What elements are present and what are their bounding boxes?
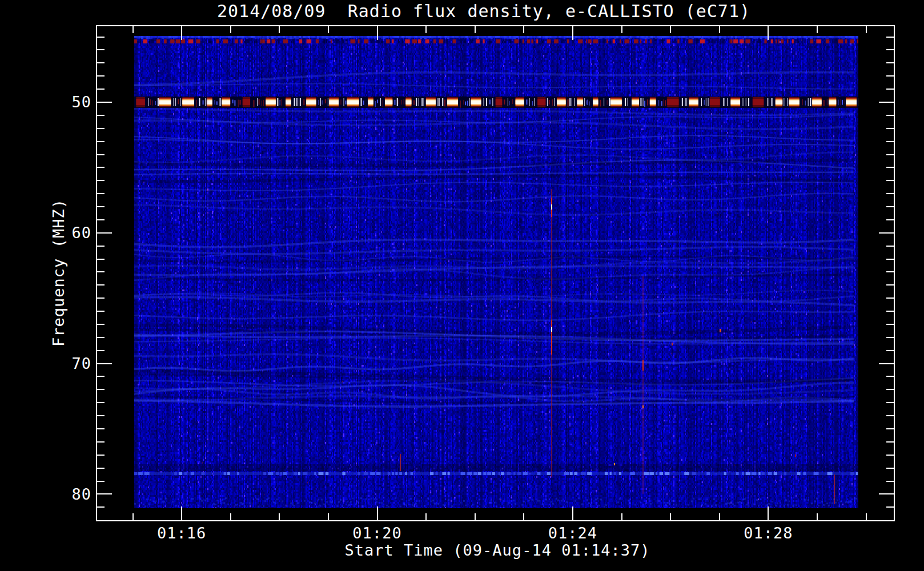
y-tick-minor — [886, 115, 894, 116]
y-tick-label: 80 — [40, 485, 91, 504]
x-tick-minor — [866, 26, 867, 33]
y-tick-label: 50 — [40, 93, 91, 112]
y-axis-title: Frequency (MHZ) — [50, 153, 67, 393]
y-tick-minor — [886, 37, 894, 38]
y-tick-minor — [97, 128, 105, 129]
x-tick-minor — [523, 513, 524, 520]
x-tick-minor — [670, 26, 671, 33]
y-tick-minor — [97, 402, 105, 403]
y-tick-minor — [886, 75, 894, 77]
y-tick-minor — [97, 49, 105, 50]
y-tick-minor — [886, 141, 894, 142]
x-tick-minor — [475, 513, 476, 520]
y-tick-major — [97, 493, 112, 494]
y-tick-major — [97, 363, 112, 364]
y-tick-minor — [886, 481, 894, 482]
y-tick-minor — [97, 311, 105, 312]
y-tick-minor — [97, 389, 105, 390]
x-tick-major — [181, 26, 182, 40]
y-tick-minor — [886, 259, 894, 260]
x-tick-minor — [523, 26, 524, 33]
y-tick-minor — [97, 37, 105, 38]
y-tick-minor — [97, 141, 105, 142]
x-tick-minor — [621, 26, 622, 33]
y-tick-minor — [886, 154, 894, 155]
y-tick-minor — [97, 428, 105, 429]
x-tick-minor — [670, 513, 671, 520]
y-tick-minor — [97, 62, 105, 63]
y-tick-major — [879, 232, 894, 234]
y-tick-minor — [886, 206, 894, 207]
x-tick-minor — [230, 26, 231, 33]
y-tick-major — [97, 102, 112, 103]
y-tick-minor — [97, 193, 105, 194]
y-tick-minor — [886, 389, 894, 390]
y-tick-minor — [97, 376, 105, 377]
y-tick-minor — [97, 350, 105, 351]
y-tick-minor — [886, 428, 894, 429]
y-tick-minor — [886, 219, 894, 220]
y-tick-minor — [97, 219, 105, 220]
y-tick-minor — [97, 506, 105, 508]
x-tick-major — [572, 26, 573, 40]
y-tick-minor — [886, 468, 894, 469]
chart-title: 2014/08/09 Radio flux density, e-CALLIST… — [84, 1, 883, 21]
y-tick-minor — [886, 180, 894, 181]
y-tick-minor — [886, 455, 894, 456]
x-tick-minor — [866, 513, 867, 520]
y-tick-minor — [97, 154, 105, 155]
y-tick-major — [879, 363, 894, 364]
y-tick-minor — [97, 89, 105, 90]
y-tick-minor — [886, 350, 894, 351]
x-tick-minor — [132, 26, 134, 33]
y-tick-minor — [97, 284, 105, 286]
x-tick-minor — [621, 513, 622, 520]
x-tick-label: 01:16 — [124, 524, 239, 542]
x-tick-minor — [132, 513, 134, 520]
x-tick-label: 01:24 — [516, 524, 630, 542]
y-tick-minor — [886, 284, 894, 286]
x-tick-major — [181, 506, 182, 520]
y-tick-minor — [886, 441, 894, 443]
x-tick-minor — [279, 26, 280, 33]
y-tick-minor — [97, 115, 105, 116]
y-tick-minor — [97, 455, 105, 456]
x-tick-major — [377, 506, 378, 520]
y-tick-minor — [886, 128, 894, 129]
x-tick-major — [768, 26, 769, 40]
x-tick-minor — [328, 26, 329, 33]
plot-frame — [96, 25, 895, 521]
x-tick-minor — [425, 513, 427, 520]
x-tick-minor — [817, 26, 818, 33]
y-tick-minor — [886, 62, 894, 63]
y-tick-minor — [886, 337, 894, 338]
y-tick-minor — [886, 506, 894, 508]
y-tick-minor — [97, 167, 105, 168]
y-tick-major — [879, 102, 894, 103]
x-tick-label: 01:28 — [711, 524, 825, 542]
y-tick-minor — [97, 75, 105, 77]
x-tick-major — [768, 506, 769, 520]
x-tick-major — [377, 26, 378, 40]
y-tick-minor — [97, 180, 105, 181]
y-tick-minor — [97, 337, 105, 338]
x-tick-minor — [817, 513, 818, 520]
y-tick-minor — [886, 324, 894, 325]
x-tick-minor — [425, 26, 427, 33]
y-tick-minor — [97, 481, 105, 482]
y-tick-minor — [97, 259, 105, 260]
x-tick-minor — [719, 26, 720, 33]
x-tick-major — [572, 506, 573, 520]
y-tick-minor — [886, 193, 894, 194]
y-tick-minor — [97, 271, 105, 272]
y-tick-minor — [97, 324, 105, 325]
y-tick-minor — [886, 311, 894, 312]
y-tick-minor — [886, 297, 894, 299]
spectrogram-figure: 2014/08/09 Radio flux density, e-CALLIST… — [0, 0, 924, 571]
x-tick-minor — [279, 513, 280, 520]
y-tick-minor — [886, 376, 894, 377]
x-tick-minor — [230, 513, 231, 520]
x-tick-minor — [719, 513, 720, 520]
y-tick-minor — [886, 246, 894, 247]
y-tick-major — [879, 493, 894, 494]
